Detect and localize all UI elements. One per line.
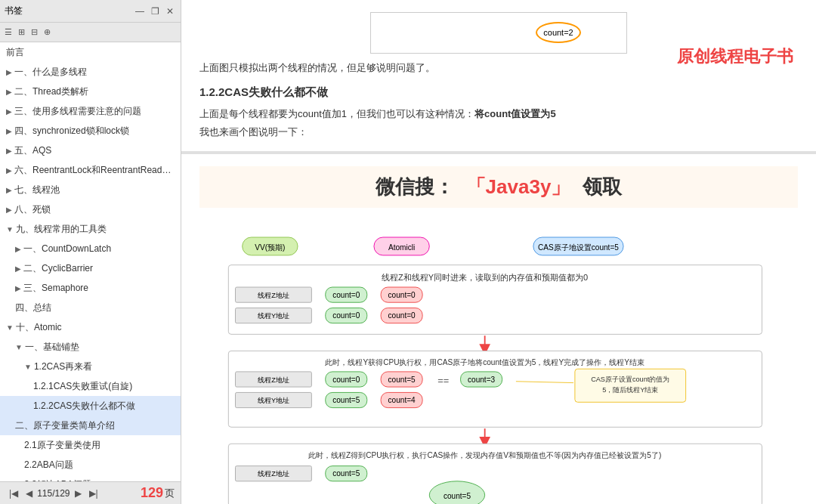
thread-diagram-top: count=2 — [370, 12, 627, 54]
promo-banner: 微信搜： 「Java3y」 领取 — [199, 166, 798, 208]
toc-item-3[interactable]: ▶三、使用多线程需要注意的问题 — [0, 101, 181, 121]
watermark: 原创线程电子书 — [677, 45, 793, 68]
toc-item-9-2[interactable]: ▶二、CyclicBarrier — [0, 258, 181, 278]
svg-text:count=0: count=0 — [388, 311, 416, 320]
page-info: 115/129 — [37, 488, 70, 499]
collapse-icon[interactable]: ⊟ — [31, 27, 38, 37]
promo-section: 微信搜： 「Java3y」 领取 VV(预期) Atomicli CAS原子地设… — [181, 154, 816, 504]
svg-text:count=4: count=4 — [388, 396, 416, 404]
arrow-icon: ▶ — [6, 145, 12, 156]
arrow-icon: ▼ — [6, 224, 14, 235]
bold-text: 将count值设置为5 — [474, 108, 556, 119]
svg-text:5，随后线程Y结束: 5，随后线程Y结束 — [602, 386, 658, 394]
arrow-icon: ▶ — [6, 184, 12, 196]
svg-text:count=0: count=0 — [332, 376, 360, 384]
arrow-icon: ▶ — [15, 243, 21, 255]
arrow-icon: ▶ — [6, 66, 12, 78]
toc-item-9-1[interactable]: ▶一、CountDownLatch — [0, 239, 181, 258]
promo-post: 领取 — [583, 175, 622, 198]
top-section: count=2 上面图只模拟出两个线程的情况，但足够说明问题了。 1.2.2CA… — [181, 0, 816, 154]
total-pages: 129 — [55, 488, 70, 499]
svg-text:此时，线程Y获得CPU执行权，用CAS原子地将count值设: 此时，线程Y获得CPU执行权，用CAS原子地将count值设置为5，线程Y完成了… — [325, 358, 644, 366]
section-text: 上面是每个线程都要为count值加1，但我们也可以有这种情况：将count值设置… — [199, 107, 798, 121]
prev-page-button[interactable]: ◀ — [23, 487, 36, 500]
toc-item-2-1[interactable]: 2.1原子变量类使用 — [0, 435, 181, 455]
arrow-icon: ▶ — [6, 125, 12, 137]
arrow-icon: ▶ — [15, 263, 21, 274]
svg-text:CAS原子设置count的值为: CAS原子设置count的值为 — [591, 376, 669, 383]
toc-item-4[interactable]: ▶四、synchronized锁和lock锁 — [0, 121, 181, 141]
toc-item-5[interactable]: ▶五、AQS — [0, 141, 181, 160]
toolbar: 书签 — ❐ ✕ — [0, 0, 181, 23]
toc-item-2-2[interactable]: 2.2ABA问题 — [0, 455, 181, 475]
arrow-icon: ▼ — [24, 361, 32, 373]
arrow-icon: ▶ — [6, 106, 12, 117]
promo-pre: 微信搜： — [376, 175, 454, 198]
svg-text:CAS原子地设置count=5: CAS原子地设置count=5 — [538, 243, 619, 252]
svg-text:线程Z地址: 线程Z地址 — [258, 376, 289, 384]
toolbar-close-icon[interactable]: ✕ — [164, 5, 176, 17]
svg-text:线程Z和线程Y同时进来，读取到的内存值和预期值都为0: 线程Z和线程Y同时进来，读取到的内存值和预期值都为0 — [382, 273, 588, 282]
arrow-icon: ▶ — [6, 204, 12, 215]
expand-icon[interactable]: ⊞ — [18, 27, 25, 37]
arrow-icon: ▼ — [15, 342, 23, 353]
toc-container: 前言 ▶一、什么是多线程 ▶二、Thread类解析 ▶三、使用多线程需要注意的问… — [0, 42, 181, 481]
bottom-bar: |◀ ◀ 115/129 ▶ ▶| 129 页 — [0, 481, 181, 504]
toc-item-9[interactable]: ▼九、线程常用的工具类 — [0, 219, 181, 239]
svg-text:线程Z地址: 线程Z地址 — [258, 470, 289, 478]
toolbar-restore-icon[interactable]: ❐ — [149, 5, 161, 17]
toolbar-minimize-icon[interactable]: — — [134, 5, 146, 17]
last-page-button[interactable]: ▶| — [86, 487, 101, 500]
first-page-button[interactable]: |◀ — [6, 487, 21, 500]
promo-highlight: 「Java3y」 — [466, 175, 571, 198]
main-diagram: VV(预期) Atomicli CAS原子地设置count=5 线程Z和线程Y同… — [199, 217, 798, 504]
toc-item-atomic-intro[interactable]: 二、原子变量类简单介绍 — [0, 416, 181, 435]
svg-text:线程Y地址: 线程Y地址 — [258, 312, 289, 320]
add-bookmark-icon[interactable]: ⊕ — [44, 27, 51, 37]
arrow-icon: ▶ — [6, 165, 12, 176]
toc-item-10[interactable]: ▼十、Atomic — [0, 317, 181, 337]
svg-text:count=5: count=5 — [388, 376, 416, 384]
draw-text: 我也来画个图说明一下： — [199, 125, 798, 139]
svg-text:count=0: count=0 — [332, 291, 360, 299]
page-label: 页 — [165, 487, 175, 500]
arrow-icon: ▶ — [6, 86, 12, 97]
current-page: 115 — [37, 488, 52, 499]
svg-text:==: == — [437, 375, 449, 386]
toc-item-cas[interactable]: ▼1.2CAS再来看 — [0, 357, 181, 376]
menu-icon[interactable]: ☰ — [5, 27, 12, 37]
sub-toolbar: ☰ ⊞ ⊟ ⊕ — [0, 23, 181, 42]
svg-text:VV(预期): VV(预期) — [255, 243, 285, 252]
toc-item-9-4[interactable]: 四、总结 — [0, 298, 181, 317]
toc-item-preface[interactable]: 前言 — [0, 42, 181, 62]
svg-text:count=5: count=5 — [444, 492, 471, 500]
left-panel: 书签 — ❐ ✕ ☰ ⊞ ⊟ ⊕ 前言 ▶一、什么是多线程 ▶二、Thread类… — [0, 0, 181, 504]
toolbar-title: 书签 — [5, 5, 23, 17]
section-heading: 1.2.2CAS失败什么都不做 — [199, 85, 798, 100]
promo-text: 微信搜： 「Java3y」 领取 — [215, 174, 783, 200]
right-panel: count=2 上面图只模拟出两个线程的情况，但足够说明问题了。 1.2.2CA… — [181, 0, 816, 504]
cas-diagram-svg: VV(预期) Atomicli CAS原子地设置count=5 线程Z和线程Y同… — [215, 217, 783, 504]
toc-item-10-1[interactable]: ▼一、基础铺垫 — [0, 337, 181, 357]
svg-text:Atomicli: Atomicli — [388, 243, 415, 252]
arrow-icon: ▼ — [6, 322, 14, 333]
svg-text:count=3: count=3 — [468, 376, 496, 384]
toc-item-2[interactable]: ▶二、Thread类解析 — [0, 82, 181, 101]
toolbar-icons: — ❐ ✕ — [134, 5, 176, 17]
svg-text:线程Y地址: 线程Y地址 — [258, 397, 289, 404]
toc-item-semaphore[interactable]: ▶三、Semaphore — [0, 278, 181, 298]
svg-text:count=5: count=5 — [332, 396, 360, 404]
toc-label: 前言 — [6, 47, 24, 57]
svg-text:此时，线程Z得到CPU执行权，执行CAS操作，发现内存值V和: 此时，线程Z得到CPU执行权，执行CAS操作，发现内存值V和预期值也不等(因为内… — [308, 451, 661, 459]
svg-text:count=5: count=5 — [332, 469, 360, 478]
toc-item-cas-2[interactable]: 1.2.2CAS失败什么都不做 — [0, 396, 181, 416]
toc-item-cas-1[interactable]: 1.2.1CAS失败重试(自旋) — [0, 376, 181, 396]
toc-item-7[interactable]: ▶七、线程池 — [0, 180, 181, 199]
toc-item-6[interactable]: ▶六、ReentrantLock和ReentrantReadW... — [0, 160, 181, 180]
svg-text:线程Z地址: 线程Z地址 — [258, 292, 289, 299]
svg-rect-38 — [575, 369, 686, 402]
toc-item-1[interactable]: ▶一、什么是多线程 — [0, 62, 181, 82]
next-page-button[interactable]: ▶ — [72, 487, 85, 500]
toc-item-2-3[interactable]: 2.3解决ABA问题 — [0, 475, 181, 481]
toc-item-8[interactable]: ▶八、死锁 — [0, 199, 181, 219]
